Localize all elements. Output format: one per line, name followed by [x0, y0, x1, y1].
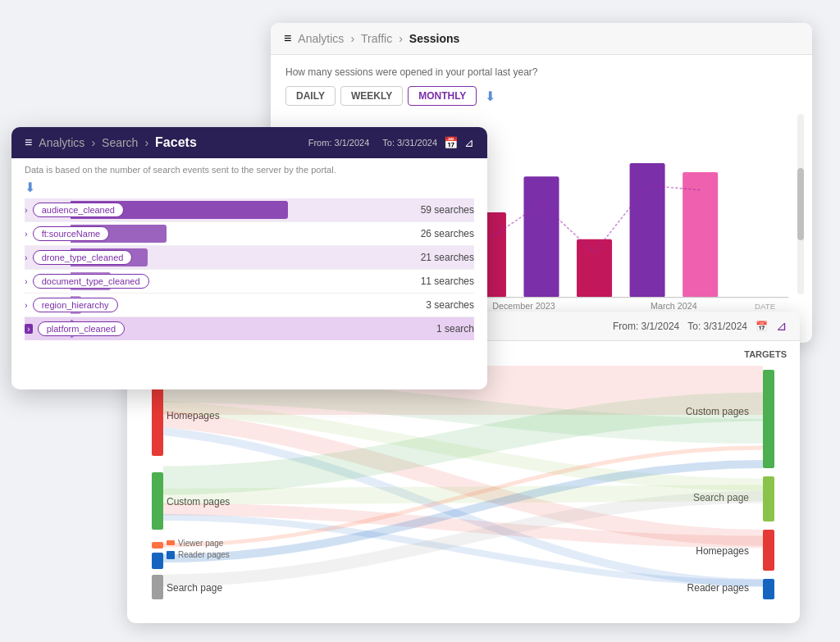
facets-date-to: To: 3/31/2024 [382, 138, 437, 148]
facets-content: Data is based on the number of search ev… [11, 158, 487, 347]
facet-row-4: › document_type_cleaned 11 searches [25, 270, 474, 294]
facets-titlebar-left: ≡ Analytics › Search › Facets [25, 135, 197, 150]
facet-count-5: 3 searches [419, 299, 474, 311]
facets-breadcrumb-search: Search [102, 136, 138, 149]
facet-tag-6: platform_cleaned [38, 321, 125, 336]
facet-row-1: › audience_cleaned 59 searches [25, 198, 474, 222]
facet-chevron-2[interactable]: › [25, 229, 28, 239]
facet-chevron-1[interactable]: › [25, 205, 28, 215]
breadcrumb-sessions: Sessions [409, 32, 459, 45]
facet-tag-4: document_type_cleaned [33, 274, 149, 289]
svg-rect-6 [630, 163, 665, 298]
svg-rect-18 [152, 553, 163, 569]
facet-chevron-5[interactable]: › [25, 300, 28, 310]
sessions-subtitle: How many sessions were opened in your po… [285, 66, 797, 78]
facet-chevron-3[interactable]: › [25, 253, 28, 262]
breadcrumb-analytics: Analytics [298, 32, 344, 45]
svg-rect-21 [763, 370, 774, 468]
facet-row-5: › region_hierarchy 3 searches [25, 294, 474, 317]
sankey-calendar-icon[interactable]: 📅 [756, 321, 768, 332]
facet-count-4: 11 searches [414, 275, 474, 287]
facets-filter-icon[interactable]: ⊿ [464, 136, 474, 149]
facet-chevron-6[interactable]: › [25, 324, 33, 334]
facet-tag-2: ft:sourceName [33, 226, 110, 241]
facet-row-2: › ft:sourceName 26 searches [25, 222, 474, 246]
facet-count-3: 21 searches [414, 252, 474, 263]
svg-rect-29 [167, 540, 175, 545]
facets-window: ≡ Analytics › Search › Facets From: 3/1/… [11, 127, 487, 389]
svg-rect-4 [523, 176, 559, 297]
svg-rect-31 [167, 551, 175, 559]
facet-tag-5: region_hierarchy [33, 298, 118, 312]
facets-hamburger-icon[interactable]: ≡ [25, 135, 32, 150]
facets-titlebar: ≡ Analytics › Search › Facets From: 3/1/… [11, 127, 487, 158]
svg-rect-19 [152, 575, 163, 599]
facets-date-from: From: 3/1/2024 [308, 138, 370, 148]
svg-rect-5 [577, 239, 612, 298]
svg-rect-15 [152, 472, 163, 530]
svg-text:DATE: DATE [755, 302, 776, 311]
facet-row-6: › platform_cleaned 1 search [25, 317, 474, 340]
breadcrumb-sep-1: › [350, 32, 354, 45]
sessions-download-button[interactable]: ⬇ [485, 89, 495, 104]
targets-label: TARGETS [744, 349, 787, 359]
facets-titlebar-right: From: 3/1/2024 To: 3/31/2024 📅 ⊿ [308, 136, 474, 149]
hamburger-icon[interactable]: ≡ [284, 31, 291, 46]
svg-text:Reader pages: Reader pages [178, 550, 230, 559]
facets-calendar-icon[interactable]: 📅 [444, 136, 458, 149]
facet-tag-1: audience_cleaned [33, 203, 124, 217]
facet-count-1: 59 searches [414, 204, 474, 216]
facet-chevron-4[interactable]: › [25, 276, 28, 286]
facet-count-2: 26 searches [414, 228, 474, 239]
tab-group: DAILY WEEKLY MONTHLY ⬇ [285, 86, 797, 106]
chart-scrollbar-v[interactable] [797, 114, 804, 294]
svg-rect-25 [763, 530, 774, 571]
svg-text:March 2024: March 2024 [651, 301, 697, 311]
svg-text:December 2023: December 2023 [492, 301, 555, 311]
sankey-date-from: From: 3/1/2024 [613, 321, 679, 332]
facets-breadcrumb-analytics: Analytics [39, 136, 84, 149]
tab-daily[interactable]: DAILY [285, 86, 336, 106]
facet-row-3: › drone_type_cleaned 21 searches [25, 246, 474, 270]
tab-monthly[interactable]: MONTHLY [408, 86, 477, 106]
breadcrumb-traffic: Traffic [361, 32, 392, 45]
sankey-date-to: To: 3/31/2024 [687, 321, 747, 332]
facet-tag-3: drone_type_cleaned [33, 250, 133, 265]
svg-rect-27 [763, 579, 774, 599]
facets-download-button[interactable]: ⬇ [25, 180, 474, 195]
svg-rect-23 [763, 476, 774, 521]
sankey-svg: Homepages Custom pages Search page Custo… [140, 366, 787, 603]
facets-breadcrumb-facets: Facets [155, 135, 197, 150]
tab-weekly[interactable]: WEEKLY [340, 86, 403, 106]
sankey-diagram: Homepages Custom pages Search page Custo… [140, 366, 787, 613]
breadcrumb-sep-2: › [399, 32, 403, 45]
facets-subtitle: Data is based on the number of search ev… [25, 165, 474, 175]
svg-text:Viewer page: Viewer page [178, 539, 224, 548]
facet-count-6: 1 search [430, 323, 474, 335]
svg-rect-17 [152, 542, 163, 549]
sessions-titlebar: ≡ Analytics › Traffic › Sessions [271, 23, 812, 55]
sankey-filter-icon[interactable]: ⊿ [776, 318, 787, 334]
svg-rect-7 [682, 172, 718, 298]
